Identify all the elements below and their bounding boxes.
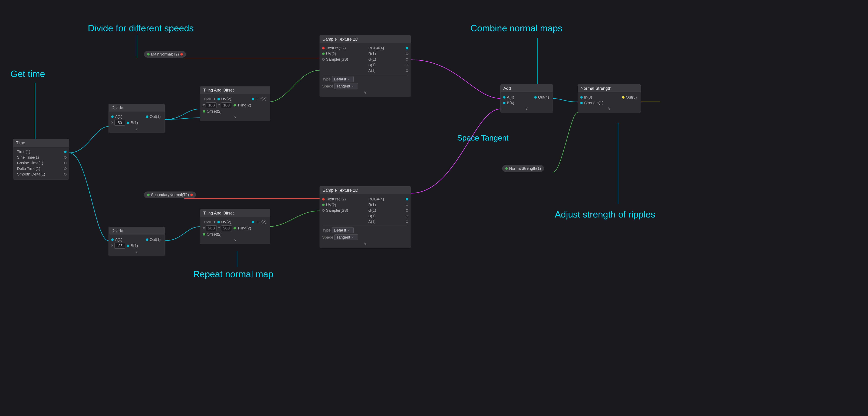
ns-in-row: In(3) Out(3) (580, 95, 638, 99)
st-bot-tex-row: Texture(T2) (322, 197, 364, 202)
port-dot-st-top-g (406, 58, 408, 61)
tiling-top-x[interactable]: 100 (206, 102, 217, 108)
st-top-r-row: R(1) (367, 52, 408, 56)
port-dot-st-bot-rgba (406, 198, 408, 201)
st-top-sampler-row: Sampler(SS) (322, 57, 364, 62)
port-dot-secondary-normal-out (190, 194, 193, 196)
port-dot-st-bot-g (406, 209, 408, 212)
port-dot-divide-top-out (146, 115, 148, 118)
port-dot-main-normal (147, 53, 150, 56)
port-dot-divide-top-a-in (111, 115, 114, 118)
secondary-normal-label: SecondaryNormal(T2) (151, 192, 189, 197)
normal-strength-node: Normal Strength In(3) Out(3) Strength(1)… (578, 84, 641, 113)
port-dot-tiling-top-tiling (234, 104, 236, 107)
normal-strength-param-label: NormalStrength(1) (509, 166, 541, 171)
port-divide-top-a: A(1) Out(1) (111, 114, 162, 119)
port-dot-st-top-rgba (406, 47, 408, 49)
st-top-type-row: Type Default (322, 76, 408, 82)
tiling-bot-tiling-row: X 200 Y 200 Tiling(2) (203, 226, 268, 231)
tiling-bot-offset-row: Offset(2) (203, 232, 268, 237)
divide-top-b-value[interactable]: 50 (115, 120, 125, 126)
st-top-b-row: B(1) (367, 63, 408, 67)
st-bot-rgba-row: RGBA(4) (367, 197, 408, 202)
port-divide-bot-a: A(1) Out(1) (111, 237, 162, 242)
port-dot-divide-bot-out (146, 238, 148, 241)
time-node: Time Time(1) Sine Time(1) Cosine Time(1)… (13, 139, 69, 180)
tiling-top-header: Tiling And Offset (200, 86, 270, 94)
annotation-repeat-normal: Repeat normal map (193, 269, 273, 279)
tiling-top-y[interactable]: 100 (221, 102, 232, 108)
port-dot-ns-in (580, 96, 583, 98)
st-top-type-dropdown[interactable]: Default (332, 76, 354, 82)
port-dot-tiling-top-offset (203, 110, 205, 113)
port-dot-divide-bot-a-in (111, 238, 114, 241)
sample-texture-bottom-header: Sample Texture 2D (320, 186, 411, 194)
annotation-space-tangent: Space Tangent (457, 133, 508, 142)
st-bot-g-row: G(1) (367, 208, 408, 213)
port-dot-st-top-a (406, 69, 408, 72)
st-top-rgba-row: RGBA(4) (367, 46, 408, 51)
port-dot-st-top-r (406, 53, 408, 55)
tiling-bot-uv0-row: UV0 ▼ UV(2) Out(2) (203, 220, 268, 224)
normal-strength-header: Normal Strength (578, 85, 641, 92)
port-dot-tiling-bot-tiling (234, 227, 236, 230)
divide-top-b-row: X 50 B(1) (111, 120, 162, 126)
port-dot-ns-out (622, 96, 624, 98)
port-cosine-time: Cosine Time(1) (16, 161, 66, 165)
st-bot-space-row: Space Tangent (322, 234, 408, 240)
add-a-row: A(4) Out(4) (503, 95, 550, 99)
port-time: Time(1) (16, 149, 66, 154)
port-dot-tiling-top-out (252, 98, 254, 100)
st-bot-r-row: R(1) (367, 203, 408, 207)
divide-bottom-header: Divide (109, 227, 164, 235)
port-dot-st-bot-b (406, 215, 408, 217)
port-dot-st-bot-r (406, 204, 408, 206)
add-b-row: B(4) (503, 101, 550, 105)
port-sine-time: Sine Time(1) (16, 155, 66, 160)
divide-bottom-node: Divide A(1) Out(1) X -25 B(1) ∨ (108, 227, 165, 256)
port-delta-time: Delta Time(1) (16, 166, 66, 171)
tiling-top-node: Tiling And Offset UV0 ▼ UV(2) Out(2) X 1… (200, 86, 270, 121)
tiling-top-tiling-row: X 100 Y 100 Tiling(2) (203, 102, 268, 108)
port-dot-normal-strength-param (505, 167, 508, 170)
port-dot-tiling-bot-offset (203, 233, 205, 236)
port-dot-st-bot-a (406, 220, 408, 223)
port-dot-cosine-out (64, 162, 66, 164)
port-dot-st-bot-uv (322, 204, 324, 206)
normal-strength-param: NormalStrength(1) (502, 165, 544, 172)
port-dot-tiling-bot-out (252, 221, 254, 223)
st-bot-space-dropdown[interactable]: Tangent (335, 234, 358, 240)
port-dot-delta-out (64, 168, 66, 170)
st-bot-b-row: B(1) (367, 214, 408, 218)
st-top-uv-row: UV(2) (322, 52, 364, 56)
secondary-normal-param: SecondaryNormal(T2) (144, 191, 196, 198)
tiling-bottom-node: Tiling And Offset UV0 ▼ UV(2) Out(2) X 2… (200, 209, 270, 244)
st-bot-type-dropdown[interactable]: Default (332, 227, 354, 233)
sample-texture-top-header: Sample Texture 2D (320, 35, 411, 43)
tiling-bot-x[interactable]: 200 (206, 226, 217, 231)
port-dot-st-bot-tex (322, 198, 324, 201)
st-top-space-dropdown[interactable]: Tangent (335, 83, 358, 89)
tiling-bot-y[interactable]: 200 (221, 226, 232, 231)
sample-texture-top-node: Sample Texture 2D Texture(T2) UV(2) Samp… (319, 35, 411, 97)
time-node-header: Time (13, 139, 69, 147)
st-top-tex-row: Texture(T2) (322, 46, 364, 51)
sample-texture-bottom-node: Sample Texture 2D Texture(T2) UV(2) Samp… (319, 186, 411, 248)
port-dot-st-top-uv (322, 53, 324, 55)
port-dot-st-top-tex (322, 47, 324, 49)
port-dot-st-top-b (406, 64, 408, 66)
st-top-g-row: G(1) (367, 57, 408, 62)
port-dot-st-top-sampler (322, 58, 324, 61)
port-dot-sine-out (64, 156, 66, 159)
main-normal-param: MainNormal(T2) (144, 51, 186, 58)
port-smooth-delta: Smooth Delta(1) (16, 172, 66, 177)
st-top-space-row: Space Tangent (322, 83, 408, 89)
divide-bot-b-value[interactable]: -25 (115, 243, 125, 248)
port-dot-tiling-bot-uv0 (217, 221, 220, 223)
port-dot-secondary-normal (147, 194, 150, 196)
divide-bot-b-row: X -25 B(1) (111, 243, 162, 248)
add-node-header: Add (500, 85, 553, 92)
tiling-top-offset-row: Offset(2) (203, 109, 268, 114)
st-bot-uv-row: UV(2) (322, 203, 364, 207)
tiling-bottom-header: Tiling And Offset (200, 209, 270, 217)
